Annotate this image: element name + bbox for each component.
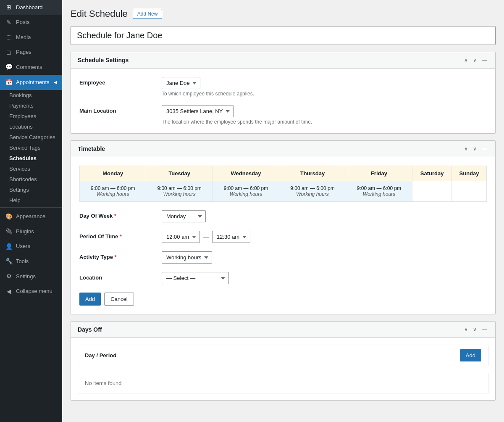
sidebar-sub-item-schedules[interactable]: Schedules [0, 153, 62, 164]
sidebar-item-label: Pages [16, 48, 32, 56]
sidebar-sub-item-services[interactable]: Services [0, 164, 62, 174]
sidebar-item-collapse[interactable]: ◀ Collapse menu [0, 284, 62, 299]
sidebar-sub-item-service-categories[interactable]: Service Categories [0, 132, 62, 142]
sidebar-item-label: Appearance [16, 213, 45, 220]
sidebar-item-dashboard[interactable]: ⊞ Dashboard [0, 0, 62, 15]
page-header: Edit Schedule Add New [71, 8, 496, 19]
sidebar-item-label: Dashboard [16, 4, 43, 11]
days-off-inner-header: Day / Period Add [78, 345, 488, 366]
cancel-entry-button[interactable]: Cancel [104, 293, 134, 306]
sidebar-sub-item-bookings[interactable]: Bookings [0, 90, 62, 100]
sidebar-item-settings-main[interactable]: ⚙ Settings [0, 269, 62, 284]
period-separator: — [203, 234, 209, 240]
sidebar-item-media[interactable]: ⬚ Media [0, 30, 62, 45]
page-title: Edit Schedule [71, 8, 128, 19]
day-of-week-select[interactable]: Monday Tuesday Wednesday Thursday Friday… [162, 210, 206, 222]
timetable-col-tuesday: Tuesday [146, 166, 213, 181]
main-location-label: Main Location [79, 105, 155, 114]
sidebar-sub-item-locations[interactable]: Locations [0, 121, 62, 132]
timetable-panel-controls: ∧ ∨ — [462, 145, 488, 153]
days-off-header: Days Off ∧ ∨ — [71, 322, 495, 338]
period-time-row: 12:00 am 12:30 am 1:00 am — 12:30 am 1:0… [162, 231, 487, 243]
timetable-cell-tuesday: 9:00 am — 6:00 pm Working hours [146, 181, 213, 202]
employee-label: Employee [79, 77, 155, 86]
timetable-col-friday: Friday [346, 166, 412, 181]
timetable-collapse-up-button[interactable]: ∧ [462, 145, 470, 153]
timetable-cell-friday: 9:00 am — 6:00 pm Working hours [346, 181, 412, 202]
users-icon: 👤 [5, 243, 13, 251]
period-from-select[interactable]: 12:00 am 12:30 am 1:00 am [162, 231, 200, 243]
main-location-select[interactable]: 3035 Settlers Lane, NY [162, 105, 234, 117]
panel-minimize-button[interactable]: — [480, 56, 488, 64]
schedule-name-input[interactable] [71, 26, 496, 45]
sidebar-item-appointments[interactable]: 📅 Appointments ◀ [0, 75, 62, 90]
activity-type-select[interactable]: Working hours Break Day off [162, 251, 212, 264]
sidebar-item-plugins[interactable]: 🔌 Plugins [0, 224, 62, 239]
days-off-list: No items found [78, 373, 488, 393]
sidebar-item-appearance[interactable]: 🎨 Appearance [0, 209, 62, 224]
sidebar-item-pages[interactable]: ◻ Pages [0, 45, 62, 60]
sidebar-item-label: Settings [16, 273, 36, 280]
period-to-select[interactable]: 12:30 am 1:00 am 1:30 am [212, 231, 250, 243]
days-off-collapse-up-button[interactable]: ∧ [462, 326, 470, 333]
employee-form-row: Employee Jane Doe To which employee this… [79, 77, 487, 97]
sidebar-item-label: Users [16, 243, 30, 250]
sidebar-sub-item-settings-sub[interactable]: Settings [0, 185, 62, 195]
location-control: — Select — [162, 272, 487, 284]
pages-icon: ◻ [5, 48, 13, 57]
media-icon: ⬚ [5, 33, 13, 42]
sidebar-sub-item-help[interactable]: Help [0, 195, 62, 206]
sidebar-item-posts[interactable]: ✎ Posts [0, 15, 62, 30]
sidebar-item-label: Media [16, 34, 31, 41]
schedule-settings-panel: Schedule Settings ∧ ∨ — Employee Jane Do… [71, 52, 496, 134]
sidebar-sub-item-employees[interactable]: Employees [0, 111, 62, 121]
timetable-col-wednesday: Wednesday [213, 166, 279, 181]
days-off-minimize-button[interactable]: — [480, 326, 488, 333]
sidebar-item-users[interactable]: 👤 Users [0, 239, 62, 254]
panel-collapse-down-button[interactable]: ∨ [471, 56, 478, 64]
sidebar-item-tools[interactable]: 🔧 Tools [0, 254, 62, 269]
timetable-cell-thursday: 9:00 am — 6:00 pm Working hours [279, 181, 346, 202]
table-row: 9:00 am — 6:00 pm Working hours 9:00 am … [80, 181, 487, 202]
timetable-panel: Timetable ∧ ∨ — Monday Tuesday Wednesday… [71, 140, 496, 314]
dashboard-icon: ⊞ [5, 3, 13, 12]
day-period-label: Day / Period [85, 352, 116, 359]
sidebar-sub-item-payments[interactable]: Payments [0, 100, 62, 111]
employee-select[interactable]: Jane Doe [162, 77, 200, 89]
required-mark-activity: * [115, 254, 117, 260]
sidebar-item-label: Comments [16, 63, 42, 71]
timetable-minimize-button[interactable]: — [480, 145, 488, 153]
required-mark: * [114, 213, 116, 219]
add-new-button[interactable]: Add New [133, 9, 163, 19]
sidebar-sub-item-service-tags[interactable]: Service Tags [0, 142, 62, 153]
days-off-title: Days Off [78, 326, 102, 333]
timetable-col-saturday: Saturday [412, 166, 452, 181]
main-location-hint: The location where the employee spends t… [162, 119, 487, 125]
timetable-body: Monday Tuesday Wednesday Thursday Friday… [71, 157, 495, 314]
days-off-body: Day / Period Add No items found [71, 345, 495, 393]
panel-controls: ∧ ∨ — [462, 56, 488, 64]
panel-collapse-up-button[interactable]: ∧ [462, 56, 470, 64]
sidebar-item-label: Posts [16, 18, 30, 26]
timetable-col-thursday: Thursday [279, 166, 346, 181]
schedule-settings-header: Schedule Settings ∧ ∨ — [71, 52, 495, 69]
no-items-text: No items found [78, 373, 488, 393]
days-off-panel-controls: ∧ ∨ — [462, 326, 488, 333]
timetable-col-sunday: Sunday [452, 166, 487, 181]
appointments-icon: 📅 [5, 78, 13, 87]
sidebar-sub-item-shortcodes[interactable]: Shortcodes [0, 174, 62, 185]
activity-control: Working hours Break Day off [162, 251, 487, 264]
location-form-row: Location — Select — [79, 272, 487, 284]
days-off-add-button[interactable]: Add [460, 349, 481, 361]
sidebar-item-comments[interactable]: 💬 Comments [0, 60, 62, 75]
timetable-cell-sunday [452, 181, 487, 202]
location-select[interactable]: — Select — [162, 272, 229, 284]
timetable-collapse-down-button[interactable]: ∨ [471, 145, 478, 153]
sidebar-item-label: Plugins [16, 228, 34, 235]
employee-hint: To which employee this schedule applies. [162, 91, 487, 97]
timetable-col-monday: Monday [80, 166, 146, 181]
sidebar-item-label: Appointments [16, 79, 50, 86]
add-entry-button[interactable]: Add [79, 293, 101, 306]
appointments-arrow: ◀ [54, 79, 57, 85]
days-off-collapse-down-button[interactable]: ∨ [471, 326, 478, 333]
